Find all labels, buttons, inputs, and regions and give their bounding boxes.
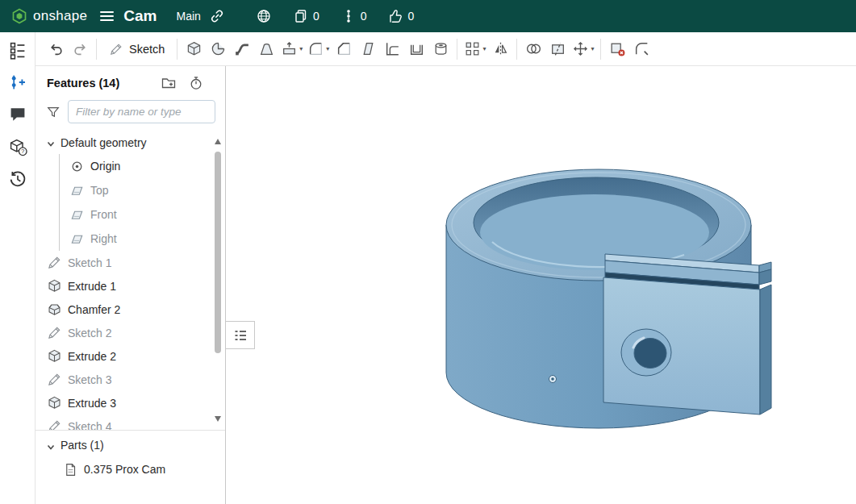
thicken-button[interactable]: ▾ bbox=[278, 36, 305, 62]
tree-item-label: Sketch 3 bbox=[68, 373, 111, 386]
loft-button[interactable] bbox=[254, 36, 278, 62]
work-area: Features (14) Default geometry bbox=[35, 66, 856, 504]
draft-button[interactable] bbox=[356, 36, 380, 62]
toolbar-separator bbox=[177, 39, 177, 60]
history-icon[interactable] bbox=[8, 169, 27, 189]
copies-stat[interactable]: 0 bbox=[293, 8, 319, 24]
parts-section: Parts (1) 0.375 Prox Cam bbox=[35, 430, 225, 504]
feature-tree-panel: Features (14) Default geometry bbox=[35, 66, 226, 504]
plane-icon bbox=[69, 183, 85, 198]
workspace-name[interactable]: Main bbox=[177, 10, 201, 23]
boolean-button[interactable] bbox=[521, 36, 545, 62]
extrude-button[interactable] bbox=[182, 36, 206, 62]
model-viewport[interactable] bbox=[226, 66, 856, 504]
tree-item-label: Sketch 2 bbox=[68, 327, 111, 339]
part-item[interactable]: 0.375 Prox Cam bbox=[35, 457, 225, 481]
sketch-button[interactable]: Sketch bbox=[101, 36, 173, 62]
tree-item-origin[interactable]: Origin bbox=[60, 154, 225, 178]
toolbar-separator bbox=[96, 39, 97, 60]
toolbar-separator bbox=[516, 39, 517, 60]
rollback-stopwatch-icon[interactable] bbox=[188, 75, 204, 91]
tree-scrollbar[interactable] bbox=[214, 132, 223, 428]
tree-item-front-plane[interactable]: Front bbox=[60, 202, 225, 227]
tree-item-label: Top bbox=[90, 184, 109, 197]
split-button[interactable] bbox=[545, 36, 570, 62]
tree-item-sketch3[interactable]: Sketch 3 bbox=[35, 368, 225, 391]
part-studio-info-icon[interactable]: ? bbox=[8, 137, 27, 156]
feature-tree-list: Default geometry Origin Top bbox=[35, 131, 225, 430]
chamfer-button[interactable] bbox=[332, 36, 356, 62]
stage: Sketch ▾ ▾ ▾ ▾ bbox=[35, 32, 856, 504]
tree-item-label: Front bbox=[90, 208, 117, 221]
shell-button[interactable] bbox=[404, 36, 428, 62]
extrude-icon bbox=[47, 348, 62, 364]
hamburger-menu-icon[interactable] bbox=[100, 11, 114, 21]
part-icon bbox=[63, 462, 78, 477]
toolbar-separator bbox=[457, 39, 457, 60]
scrollbar-thumb[interactable] bbox=[215, 152, 221, 353]
configurations-icon[interactable] bbox=[8, 73, 27, 92]
feature-toolbar: Sketch ▾ ▾ ▾ ▾ bbox=[35, 32, 856, 66]
tree-item-top-plane[interactable]: Top bbox=[60, 178, 225, 202]
plane-icon bbox=[69, 231, 85, 247]
document-title[interactable]: Cam bbox=[123, 7, 157, 25]
branch-link-icon[interactable] bbox=[209, 8, 225, 24]
tree-item-extrude1[interactable]: Extrude 1 bbox=[35, 274, 225, 298]
tree-item-sketch1[interactable]: Sketch 1 bbox=[35, 251, 225, 274]
sweep-button[interactable] bbox=[230, 36, 254, 62]
comments-icon[interactable] bbox=[8, 105, 27, 124]
default-geometry-group[interactable]: Default geometry bbox=[35, 131, 225, 154]
tree-item-label: Right bbox=[90, 232, 117, 245]
tree-item-label: Extrude 1 bbox=[68, 280, 116, 293]
default-geometry-children: Origin Top Front Right bbox=[59, 154, 225, 251]
hole-button[interactable] bbox=[428, 36, 453, 62]
toolbar-separator bbox=[600, 39, 601, 60]
topbar: onshape Cam Main 0 0 0 bbox=[0, 0, 856, 32]
new-folder-icon[interactable] bbox=[161, 75, 177, 91]
chevron-down-icon: ▾ bbox=[591, 45, 594, 52]
sketch-button-label: Sketch bbox=[129, 43, 165, 56]
redo-button[interactable] bbox=[68, 36, 92, 62]
tree-item-label: Extrude 3 bbox=[68, 397, 116, 410]
likes-stat[interactable]: 0 bbox=[387, 8, 414, 24]
transform-button[interactable]: ▾ bbox=[570, 36, 596, 62]
modify-fillet-button[interactable] bbox=[629, 36, 653, 62]
likes-count: 0 bbox=[407, 10, 414, 23]
linear-pattern-button[interactable]: ▾ bbox=[461, 36, 488, 62]
thumbs-up-icon bbox=[387, 8, 403, 24]
parts-header-label: Parts (1) bbox=[61, 439, 104, 452]
mirror-button[interactable] bbox=[488, 36, 512, 62]
pencil-icon bbox=[109, 42, 123, 56]
tree-item-extrude2[interactable]: Extrude 2 bbox=[35, 344, 225, 368]
feature-list-flyout-button[interactable] bbox=[226, 321, 255, 349]
versions-count: 0 bbox=[361, 10, 367, 23]
sketch-icon bbox=[47, 325, 62, 340]
revolve-button[interactable] bbox=[206, 36, 230, 62]
tree-item-sketch4[interactable]: Sketch 4 bbox=[35, 414, 225, 430]
tree-item-sketch2[interactable]: Sketch 2 bbox=[35, 321, 225, 344]
undo-button[interactable] bbox=[44, 36, 68, 62]
tree-item-label: Sketch 4 bbox=[68, 420, 111, 431]
tree-item-right-plane[interactable]: Right bbox=[60, 227, 225, 251]
parts-group[interactable]: Parts (1) bbox=[35, 433, 225, 457]
delete-face-button[interactable] bbox=[605, 36, 629, 62]
scroll-up-arrow[interactable] bbox=[215, 139, 221, 144]
plane-icon bbox=[69, 207, 85, 223]
sketch-icon bbox=[47, 255, 62, 270]
tree-item-label: Chamfer 2 bbox=[68, 303, 120, 316]
feature-list-icon[interactable] bbox=[8, 40, 27, 60]
onshape-logo[interactable]: onshape bbox=[11, 8, 87, 24]
scroll-down-arrow[interactable] bbox=[215, 416, 221, 422]
features-count-label: Features (14) bbox=[47, 77, 149, 90]
fillet-button[interactable]: ▾ bbox=[305, 36, 332, 62]
filter-input[interactable] bbox=[68, 100, 215, 123]
brand-name: onshape bbox=[33, 8, 87, 24]
filter-funnel-icon[interactable] bbox=[46, 105, 61, 119]
tree-item-extrude3[interactable]: Extrude 3 bbox=[35, 391, 225, 414]
cam-part-model[interactable] bbox=[226, 66, 856, 504]
list-icon bbox=[232, 327, 248, 344]
versions-stat[interactable]: 0 bbox=[340, 8, 367, 24]
public-globe-icon[interactable] bbox=[256, 8, 272, 24]
rib-button[interactable] bbox=[380, 36, 404, 62]
tree-item-chamfer2[interactable]: Chamfer 2 bbox=[35, 298, 225, 321]
